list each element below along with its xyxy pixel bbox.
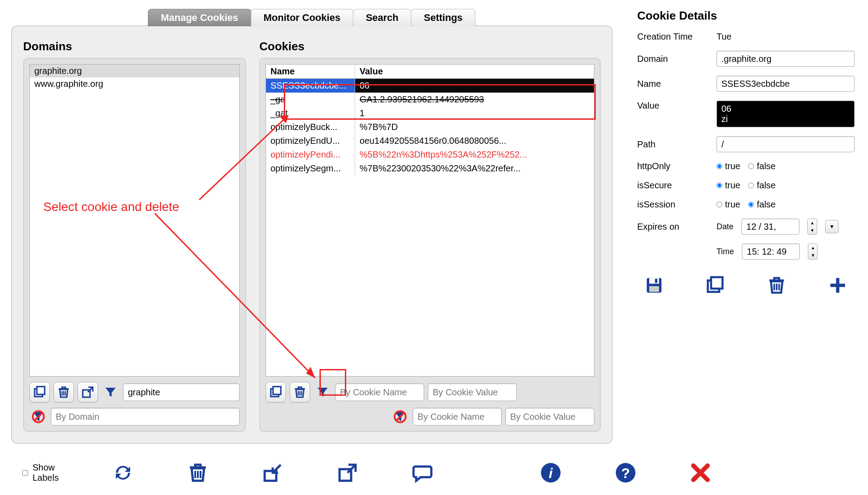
- svg-rect-31: [649, 286, 659, 292]
- label-value: Value: [637, 101, 708, 111]
- domain-input[interactable]: [717, 51, 855, 67]
- filter-exclude-icon[interactable]: [391, 408, 409, 426]
- annotation-text: Select cookie and delete: [43, 200, 179, 214]
- refresh-icon[interactable]: [112, 459, 134, 486]
- table-row[interactable]: optimizelyPendi...%5B%22n%3Dhttps%253A%2…: [266, 148, 594, 162]
- open-external-icon[interactable]: [78, 382, 98, 402]
- value-input[interactable]: 06 zi: [717, 101, 855, 127]
- tab-bar: Manage Cookies Monitor Cookies Search Se…: [0, 9, 624, 26]
- label-issecure: isSecure: [637, 180, 708, 191]
- filter-icon[interactable]: [102, 383, 119, 401]
- copy-icon[interactable]: [703, 273, 728, 298]
- label-expires: Expires on: [637, 222, 708, 232]
- issession-true[interactable]: true: [717, 199, 740, 210]
- path-input[interactable]: [717, 136, 855, 152]
- details-title: Cookie Details: [637, 9, 855, 23]
- svg-line-0: [199, 115, 288, 200]
- trash-icon[interactable]: [764, 273, 789, 298]
- date-stepper[interactable]: ▲▼: [807, 219, 817, 235]
- table-row[interactable]: optimizelySegm...%7B%22300203530%22%3A%2…: [266, 162, 594, 175]
- svg-rect-5: [37, 387, 45, 395]
- filter-exclude-icon[interactable]: [29, 408, 47, 426]
- svg-text:i: i: [549, 465, 553, 481]
- domain-item[interactable]: www.graphite.org: [30, 77, 239, 90]
- table-row[interactable]: optimizelyBuck...%7B%7D: [266, 120, 594, 134]
- table-row[interactable]: optimizelyEndU...oeu1449205584156r0.0648…: [266, 134, 594, 148]
- svg-rect-30: [655, 279, 658, 283]
- label-httponly: httpOnly: [637, 161, 708, 171]
- expires-date-input[interactable]: [741, 219, 799, 235]
- date-dropdown[interactable]: ▼: [825, 220, 839, 233]
- cookie-name-exclude-input[interactable]: [413, 408, 502, 426]
- cookie-details-panel: Cookie Details Creation Time Tue Domain …: [624, 0, 868, 495]
- label-creation-time: Creation Time: [637, 32, 708, 42]
- show-labels-checkbox[interactable]: Show Labels: [22, 463, 59, 483]
- save-icon[interactable]: [642, 273, 667, 298]
- label-issession: isSession: [637, 199, 708, 210]
- tab-manage-cookies[interactable]: Manage Cookies: [148, 9, 251, 26]
- cookie-name-filter-input[interactable]: [335, 383, 424, 401]
- info-icon[interactable]: i: [540, 459, 561, 486]
- domain-exclude-input[interactable]: [51, 408, 240, 426]
- cookies-title: Cookies: [259, 40, 601, 53]
- issession-false[interactable]: false: [748, 199, 775, 210]
- column-name[interactable]: Name: [266, 65, 355, 78]
- trash-icon[interactable]: [187, 459, 209, 486]
- svg-rect-29: [649, 278, 659, 284]
- domains-title: Domains: [23, 40, 246, 53]
- expires-time-input[interactable]: [742, 243, 800, 260]
- label-domain: Domain: [637, 54, 708, 64]
- issecure-true[interactable]: true: [717, 180, 740, 191]
- import-icon[interactable]: [262, 459, 283, 486]
- tab-search[interactable]: Search: [353, 9, 411, 26]
- new-window-icon[interactable]: [29, 382, 50, 402]
- cookie-value-exclude-input[interactable]: [505, 408, 594, 426]
- trash-icon[interactable]: [53, 382, 74, 402]
- label-time: Time: [717, 247, 734, 256]
- annotation-arrow-2: [155, 213, 333, 391]
- name-input[interactable]: [717, 76, 855, 92]
- column-value[interactable]: Value: [355, 65, 594, 78]
- httponly-true[interactable]: true: [717, 161, 740, 171]
- show-labels-input[interactable]: [22, 470, 28, 476]
- time-stepper[interactable]: ▲▼: [808, 243, 818, 260]
- annotation-highlight-delete: [319, 369, 346, 396]
- svg-line-2: [155, 213, 315, 378]
- svg-rect-33: [711, 277, 723, 289]
- add-icon[interactable]: [825, 273, 850, 298]
- annotation-arrow-1: [199, 106, 297, 204]
- httponly-false[interactable]: false: [748, 161, 775, 171]
- tab-monitor-cookies[interactable]: Monitor Cookies: [251, 9, 353, 26]
- issecure-false[interactable]: false: [748, 180, 775, 191]
- label-date: Date: [717, 222, 733, 231]
- value-creation-time: Tue: [717, 32, 732, 42]
- label-path: Path: [637, 139, 708, 150]
- export-icon[interactable]: [337, 459, 358, 486]
- cookie-value-filter-input[interactable]: [428, 383, 517, 401]
- domain-item[interactable]: graphite.org: [30, 65, 239, 77]
- annotation-highlight-row: [284, 84, 596, 120]
- show-labels-text: Show Labels: [33, 463, 59, 483]
- svg-marker-3: [306, 367, 315, 378]
- tab-settings[interactable]: Settings: [411, 9, 475, 26]
- chat-icon[interactable]: [412, 459, 433, 486]
- bottom-toolbar: Show Labels i ?: [0, 450, 624, 495]
- label-name: Name: [637, 79, 708, 89]
